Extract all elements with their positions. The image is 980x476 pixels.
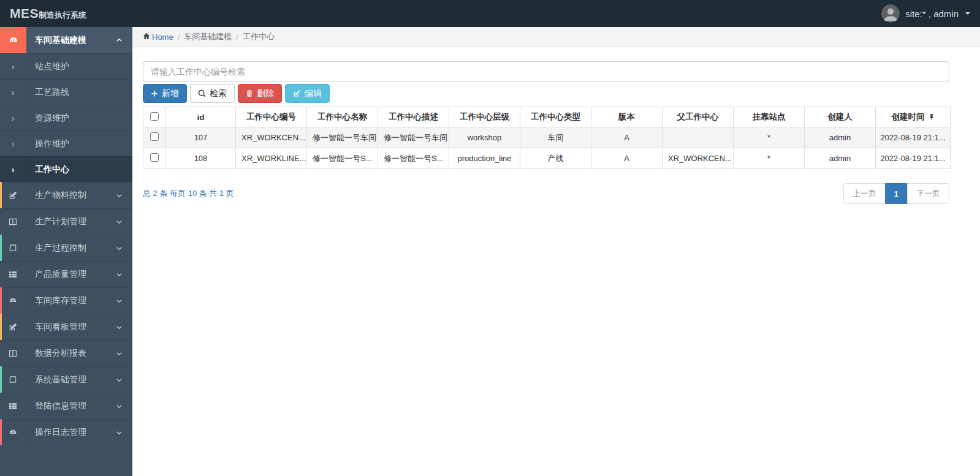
column-header-created-time[interactable]: 创建时间: [876, 107, 951, 127]
sidebar-item-login-info-management[interactable]: 登陆信息管理: [0, 393, 132, 419]
top-navbar: MES制造执行系统 site:* , admin: [0, 0, 980, 27]
pager-group: 上一页 1 下一页: [843, 183, 949, 204]
pencil-square-icon: [0, 314, 26, 340]
cell-parent: [663, 127, 734, 148]
plus-icon: [151, 90, 158, 97]
columns-icon: [0, 341, 26, 366]
column-header-name[interactable]: 工作中心名称: [307, 107, 378, 127]
breadcrumb-home-link[interactable]: Home: [143, 32, 173, 42]
accent-strip: [0, 261, 2, 287]
sidebar-item-operation-log-management[interactable]: 操作日志管理: [0, 419, 132, 445]
app-logo[interactable]: MES制造执行系统: [10, 6, 86, 21]
chevron-down-icon: [116, 324, 123, 331]
cell-version: A: [591, 127, 663, 148]
sidebar-item-site-maintenance[interactable]: › 站点维护: [0, 53, 132, 79]
sidebar-item-workshop-kanban-management[interactable]: 车间看板管理: [0, 314, 132, 340]
cell-id: 108: [166, 148, 236, 169]
page-1-button[interactable]: 1: [885, 183, 908, 204]
sidebar-item-operation-maintenance[interactable]: › 操作维护: [0, 130, 132, 156]
search-input[interactable]: [143, 61, 949, 81]
home-icon: [143, 32, 150, 42]
toolbar: 新增 检索 删除 编辑: [143, 84, 949, 103]
sidebar-item-data-analysis-report[interactable]: 数据分析报表: [0, 340, 132, 366]
add-button[interactable]: 新增: [143, 84, 187, 103]
column-header-level[interactable]: 工作中心层级: [449, 107, 520, 127]
cell-version: A: [591, 148, 663, 169]
sidebar-item-resource-maintenance[interactable]: › 资源维护: [0, 105, 132, 130]
sidebar-item-label: 工作中心: [26, 164, 132, 175]
sidebar-item-production-material-control[interactable]: 生产物料控制: [0, 182, 132, 208]
accent-strip: [0, 235, 2, 261]
chevron-right-icon: ›: [0, 157, 26, 182]
delete-button[interactable]: 删除: [238, 84, 282, 103]
chevron-right-icon: ›: [0, 105, 26, 130]
sidebar-item-label: 生产物料控制: [26, 190, 116, 201]
column-header-description[interactable]: 工作中心描述: [378, 107, 449, 127]
cell-name: 修一智能一号车间: [307, 127, 378, 148]
sidebar-item-system-base-management[interactable]: 系统基础管理: [0, 366, 132, 393]
sidebar-item-label: 站点维护: [26, 61, 132, 72]
user-label: site:* , admin: [905, 9, 959, 19]
search-button[interactable]: 检索: [190, 84, 235, 103]
column-header-code[interactable]: 工作中心编号: [236, 107, 307, 127]
accent-strip: [0, 314, 2, 340]
row-select-cell: [143, 127, 166, 148]
magnifier-icon: [198, 89, 206, 97]
accent-strip: [0, 340, 2, 366]
sidebar-item-label: 车间看板管理: [26, 322, 116, 333]
table-header-row: id 工作中心编号 工作中心名称 工作中心描述 工作中心层级 工作中心类型 版本…: [143, 107, 951, 127]
gauge-icon: [0, 420, 26, 445]
breadcrumb-section[interactable]: 车间基础建模: [184, 31, 232, 42]
user-menu[interactable]: site:* , admin: [881, 4, 970, 23]
column-header-site[interactable]: 挂靠站点: [734, 107, 805, 127]
cell-parent: XR_WORKCEN...: [663, 148, 734, 169]
sidebar: 车间基础建模 › 站点维护 › 工艺路线 › 资源维护 › 操作维护: [0, 27, 132, 476]
table-row[interactable]: 107 XR_WORKCEN... 修一智能一号车间 修一智能一号车间 work…: [143, 127, 951, 148]
select-all-checkbox[interactable]: [150, 112, 159, 121]
logo-suffix: 制造执行系统: [39, 10, 86, 20]
sidebar-group-label: 车间基础建模: [26, 35, 116, 46]
cell-id: 107: [166, 127, 236, 148]
row-checkbox[interactable]: [150, 153, 159, 162]
accent-strip: [0, 419, 2, 445]
breadcrumb-separator: /: [178, 32, 180, 42]
sidebar-item-label: 系统基础管理: [26, 374, 116, 385]
list-icon: [0, 262, 26, 287]
chevron-right-icon: ›: [0, 80, 26, 105]
sidebar-item-process-route[interactable]: › 工艺路线: [0, 79, 132, 105]
cell-site: *: [734, 127, 805, 148]
page-content: 新增 检索 删除 编辑: [132, 47, 980, 204]
accent-strip: [0, 393, 2, 419]
next-page-button[interactable]: 下一页: [907, 183, 949, 204]
columns-icon: [0, 209, 26, 235]
pin-icon[interactable]: [929, 113, 935, 122]
table-row[interactable]: 108 XR_WORKLINE... 修一智能一号S... 修一智能一号S...…: [143, 148, 951, 169]
column-header-type[interactable]: 工作中心类型: [520, 107, 591, 127]
column-header-parent[interactable]: 父工作中心: [663, 107, 734, 127]
gauge-icon: [0, 288, 26, 314]
column-header-id[interactable]: id: [166, 107, 236, 127]
column-header-version[interactable]: 版本: [591, 107, 663, 127]
accent-strip: [0, 287, 2, 314]
logo-main: MES: [10, 6, 39, 20]
chevron-down-icon: [116, 429, 123, 436]
sidebar-item-product-quality-management[interactable]: 产品质量管理: [0, 261, 132, 287]
sidebar-item-label: 车间库存管理: [26, 295, 116, 306]
cell-created-time: 2022-08-19 21:1...: [876, 148, 951, 169]
sidebar-item-production-process-control[interactable]: 生产过程控制: [0, 235, 132, 261]
sidebar-item-label: 产品质量管理: [26, 269, 116, 280]
row-checkbox[interactable]: [150, 132, 159, 141]
prev-page-button[interactable]: 上一页: [843, 183, 886, 204]
edit-button[interactable]: 编辑: [285, 84, 330, 103]
cell-level: production_line: [449, 148, 520, 169]
sidebar-item-workshop-inventory-management[interactable]: 车间库存管理: [0, 287, 132, 314]
column-header-creator[interactable]: 创建人: [805, 107, 876, 127]
sidebar-item-label: 操作维护: [26, 138, 132, 149]
edit-icon: [293, 89, 301, 97]
caret-down-icon: [965, 12, 970, 15]
sidebar-group-workshop-modeling[interactable]: 车间基础建模: [0, 27, 132, 53]
sidebar-item-label: 生产过程控制: [26, 243, 116, 254]
sidebar-item-work-center[interactable]: › 工作中心: [0, 156, 132, 182]
add-button-label: 新增: [162, 88, 179, 99]
sidebar-item-production-plan-management[interactable]: 生产计划管理: [0, 208, 132, 235]
